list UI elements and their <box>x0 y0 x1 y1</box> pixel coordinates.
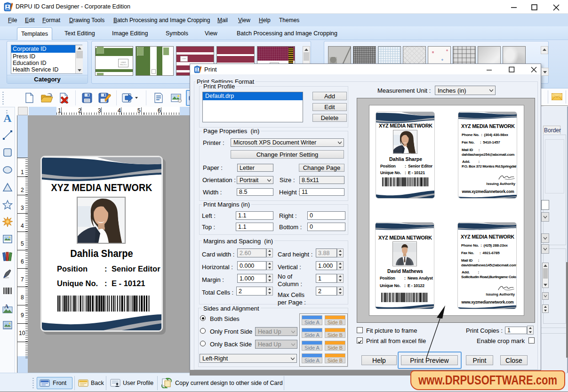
svg-text:A: A <box>4 303 9 310</box>
